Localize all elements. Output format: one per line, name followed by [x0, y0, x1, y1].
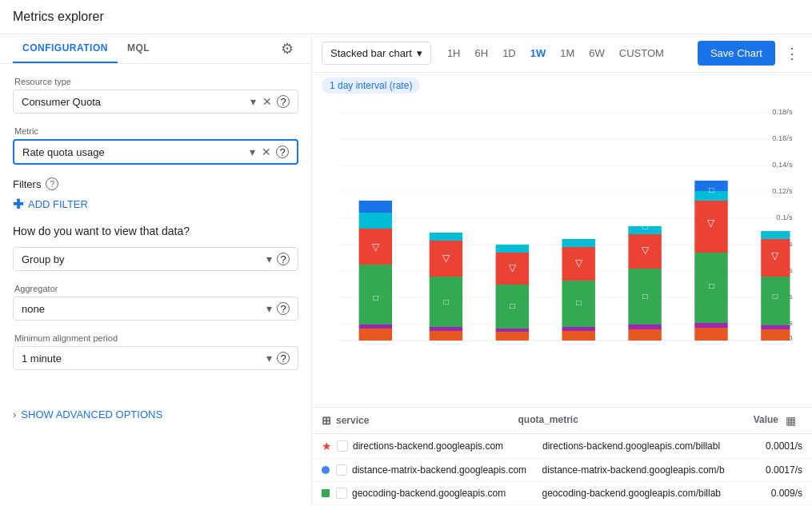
legend-row: geocoding-backend.googleapis.com geocodi… [312, 482, 812, 505]
row-quota-2: distance-matrix-backend.googleapis.com/b [542, 464, 739, 476]
svg-rect-74 [761, 325, 790, 329]
add-filter-label: ADD FILTER [28, 198, 88, 210]
svg-text:▽: ▽ [707, 217, 715, 229]
metric-group: Metric Rate quota usage ▾ ✕ ? [13, 126, 298, 165]
svg-rect-55 [628, 325, 661, 329]
svg-rect-50 [562, 239, 595, 247]
svg-text:□: □ [373, 293, 378, 302]
time-btn-6w[interactable]: 6W [582, 43, 611, 63]
add-filter-button[interactable]: ✚ ADD FILTER [13, 197, 88, 212]
time-btn-1h[interactable]: 1H [441, 43, 467, 63]
alignment-select[interactable]: 1 minute ▾ ? [13, 346, 298, 370]
svg-text:□: □ [443, 297, 448, 306]
svg-text:□: □ [642, 292, 647, 301]
svg-rect-54 [628, 329, 661, 341]
legend-col-service-header: ⊞ service [322, 414, 518, 427]
aggregator-dropdown[interactable]: ▾ [265, 302, 274, 315]
save-chart-button[interactable]: Save Chart [698, 41, 775, 66]
more-options-button[interactable]: ⋮ [782, 42, 802, 66]
aggregator-help-icon[interactable]: ? [277, 302, 290, 315]
svg-text:▽: ▽ [509, 262, 517, 273]
resource-type-help[interactable]: ? [277, 95, 290, 108]
aggregator-group: Aggregator none ▾ ? [13, 284, 298, 321]
group-by-value: Group by [22, 253, 265, 265]
svg-rect-20 [359, 329, 392, 341]
legend-col-value-header: Value [714, 414, 778, 427]
app-header: Metrics explorer [0, 0, 812, 34]
filters-help-icon[interactable]: ? [46, 177, 58, 190]
svg-text:0.18/s: 0.18/s [772, 108, 793, 116]
left-panel: CONFIGURATION MQL ⚙ Resource type Consum… [0, 34, 312, 505]
legend-col-quota-header: quota_metric [518, 414, 715, 427]
group-by-select[interactable]: Group by ▾ ? [13, 247, 298, 271]
chart-type-dropdown-icon: ▾ [417, 47, 422, 59]
time-btn-1m[interactable]: 1M [554, 43, 581, 63]
row-service-2: distance-matrix-backend.googleapis.com [352, 464, 542, 476]
svg-rect-64 [694, 323, 727, 328]
svg-rect-75 [761, 277, 790, 325]
svg-rect-25 [359, 201, 392, 213]
legend-header: ⊞ service quota_metric Value ▦ [312, 408, 812, 434]
group-section-title: How do you want to view that data? [13, 225, 298, 237]
column-config-button[interactable]: ▦ [786, 414, 796, 427]
chevron-down-icon: › [13, 408, 16, 420]
group-by-dropdown[interactable]: ▾ [265, 253, 274, 265]
aggregator-select[interactable]: none ▾ ? [13, 297, 298, 321]
row-quota-3: geocoding-backend.googleapis.com/billab [542, 488, 739, 499]
svg-text:0.1/s: 0.1/s [776, 213, 793, 221]
svg-text:□: □ [576, 298, 581, 307]
alignment-value: 1 minute [22, 353, 265, 365]
alignment-dropdown[interactable]: ▾ [265, 352, 274, 365]
time-btn-6h[interactable]: 6H [469, 43, 495, 63]
resource-type-group: Resource type Consumer Quota ▾ ✕ ? [13, 77, 298, 114]
row-service-3: geocoding-backend.googleapis.com [352, 488, 542, 499]
metric-dropdown[interactable]: ▾ [248, 145, 257, 158]
svg-text:□: □ [709, 281, 714, 290]
chart-type-label: Stacked bar chart [330, 47, 412, 59]
svg-rect-21 [359, 325, 392, 329]
alignment-label: Minimum alignment period [13, 333, 298, 343]
resource-type-clear[interactable]: ✕ [261, 95, 274, 108]
show-advanced-button[interactable]: › SHOW ADVANCED OPTIONS [0, 396, 175, 433]
time-btn-1w[interactable]: 1W [524, 43, 553, 63]
aggregator-label: Aggregator [13, 284, 298, 293]
row-value-3: 0.009/s [738, 488, 802, 499]
alignment-group: Minimum alignment period 1 minute ▾ ? [13, 333, 298, 370]
aggregator-value: none [22, 303, 265, 315]
svg-rect-77 [761, 231, 790, 239]
tab-configuration[interactable]: CONFIGURATION [13, 34, 118, 63]
svg-rect-63 [694, 328, 727, 341]
row-checkbox-3[interactable] [336, 488, 347, 499]
svg-rect-34 [430, 233, 462, 241]
time-buttons: 1H 6H 1D 1W 1M 6W CUSTOM [441, 43, 670, 63]
group-by-help-icon[interactable]: ? [277, 253, 290, 265]
time-btn-1d[interactable]: 1D [496, 43, 522, 63]
row-checkbox-1[interactable] [337, 440, 348, 452]
row-checkbox-2[interactable] [336, 464, 347, 476]
filters-section: Filters ? ✚ ADD FILTER [13, 177, 298, 212]
chart-area: 0.18/s 0.16/s 0.14/s 0.12/s 0.1/s 0.08/s… [312, 98, 812, 404]
legend-row: ★ directions-backend.googleapis.com dire… [312, 434, 812, 459]
alignment-help-icon[interactable]: ? [277, 352, 290, 365]
time-btn-custom[interactable]: CUSTOM [613, 43, 670, 63]
add-filter-plus-icon: ✚ [13, 197, 23, 212]
metric-help[interactable]: ? [276, 145, 289, 158]
show-advanced-label: SHOW ADVANCED OPTIONS [21, 408, 162, 420]
interval-badge: 1 day interval (rate) [322, 78, 420, 94]
stacked-bar-chart: 0.18/s 0.16/s 0.14/s 0.12/s 0.1/s 0.08/s… [322, 105, 802, 345]
resource-type-select[interactable]: Consumer Quota ▾ ✕ ? [13, 90, 298, 114]
metric-select[interactable]: Rate quota usage ▾ ✕ ? [13, 139, 298, 165]
chart-toolbar: Stacked bar chart ▾ 1H 6H 1D 1W 1M 6W CU… [312, 34, 812, 73]
chart-type-select[interactable]: Stacked bar chart ▾ [322, 42, 431, 65]
tab-mql[interactable]: MQL [118, 34, 159, 63]
svg-text:▽: ▽ [771, 250, 779, 261]
legend-row: distance-matrix-backend.googleapis.com d… [312, 459, 812, 482]
metric-clear[interactable]: ✕ [260, 145, 273, 158]
svg-text:0.16/s: 0.16/s [772, 134, 793, 142]
svg-text:▽: ▽ [442, 253, 450, 264]
gear-button[interactable]: ⚙ [276, 35, 298, 62]
svg-rect-39 [496, 329, 529, 332]
resource-type-dropdown[interactable]: ▾ [249, 95, 258, 108]
tab-actions: ⚙ [276, 34, 298, 63]
svg-text:□: □ [709, 185, 714, 194]
